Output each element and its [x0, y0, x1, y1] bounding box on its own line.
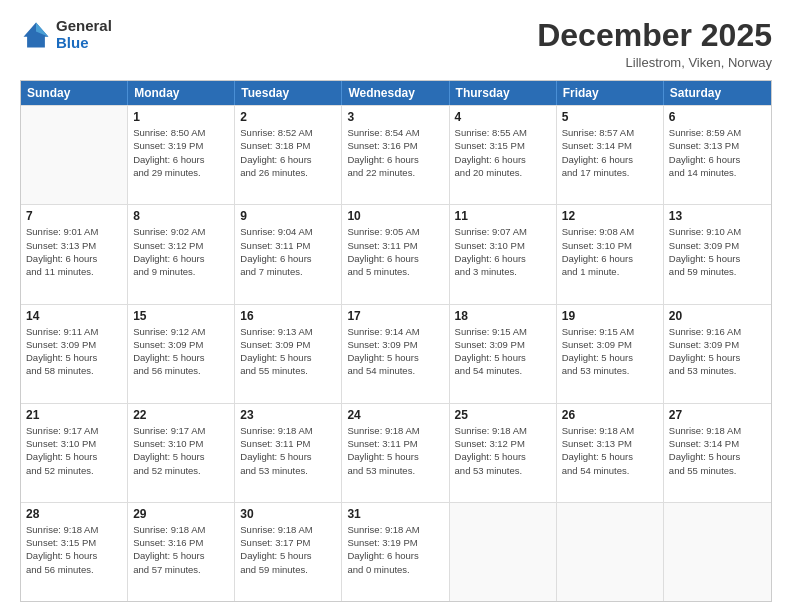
day-info: Sunrise: 9:01 AM Sunset: 3:13 PM Dayligh…	[26, 225, 122, 278]
calendar-body: 1Sunrise: 8:50 AM Sunset: 3:19 PM Daylig…	[21, 105, 771, 601]
calendar-cell: 22Sunrise: 9:17 AM Sunset: 3:10 PM Dayli…	[128, 404, 235, 502]
day-info: Sunrise: 9:15 AM Sunset: 3:09 PM Dayligh…	[455, 325, 551, 378]
page: General Blue December 2025 Lillestrom, V…	[0, 0, 792, 612]
day-info: Sunrise: 9:16 AM Sunset: 3:09 PM Dayligh…	[669, 325, 766, 378]
calendar-cell: 11Sunrise: 9:07 AM Sunset: 3:10 PM Dayli…	[450, 205, 557, 303]
day-number: 2	[240, 110, 336, 124]
calendar-header-day-thursday: Thursday	[450, 81, 557, 105]
calendar-cell	[664, 503, 771, 601]
calendar-header-day-saturday: Saturday	[664, 81, 771, 105]
day-info: Sunrise: 8:59 AM Sunset: 3:13 PM Dayligh…	[669, 126, 766, 179]
day-number: 13	[669, 209, 766, 223]
title-area: December 2025 Lillestrom, Viken, Norway	[537, 18, 772, 70]
day-info: Sunrise: 8:52 AM Sunset: 3:18 PM Dayligh…	[240, 126, 336, 179]
calendar-cell: 23Sunrise: 9:18 AM Sunset: 3:11 PM Dayli…	[235, 404, 342, 502]
day-number: 29	[133, 507, 229, 521]
day-number: 11	[455, 209, 551, 223]
calendar-week-4: 21Sunrise: 9:17 AM Sunset: 3:10 PM Dayli…	[21, 403, 771, 502]
day-info: Sunrise: 9:11 AM Sunset: 3:09 PM Dayligh…	[26, 325, 122, 378]
day-number: 3	[347, 110, 443, 124]
calendar-cell: 25Sunrise: 9:18 AM Sunset: 3:12 PM Dayli…	[450, 404, 557, 502]
day-number: 6	[669, 110, 766, 124]
day-info: Sunrise: 9:18 AM Sunset: 3:13 PM Dayligh…	[562, 424, 658, 477]
day-number: 25	[455, 408, 551, 422]
calendar-cell: 15Sunrise: 9:12 AM Sunset: 3:09 PM Dayli…	[128, 305, 235, 403]
day-number: 22	[133, 408, 229, 422]
day-number: 4	[455, 110, 551, 124]
day-info: Sunrise: 9:18 AM Sunset: 3:11 PM Dayligh…	[240, 424, 336, 477]
day-info: Sunrise: 8:54 AM Sunset: 3:16 PM Dayligh…	[347, 126, 443, 179]
day-number: 12	[562, 209, 658, 223]
calendar-cell: 4Sunrise: 8:55 AM Sunset: 3:15 PM Daylig…	[450, 106, 557, 204]
header: General Blue December 2025 Lillestrom, V…	[20, 18, 772, 70]
calendar-cell: 21Sunrise: 9:17 AM Sunset: 3:10 PM Dayli…	[21, 404, 128, 502]
day-info: Sunrise: 9:14 AM Sunset: 3:09 PM Dayligh…	[347, 325, 443, 378]
day-number: 16	[240, 309, 336, 323]
day-number: 7	[26, 209, 122, 223]
calendar-header-day-wednesday: Wednesday	[342, 81, 449, 105]
day-info: Sunrise: 9:04 AM Sunset: 3:11 PM Dayligh…	[240, 225, 336, 278]
calendar-cell: 12Sunrise: 9:08 AM Sunset: 3:10 PM Dayli…	[557, 205, 664, 303]
calendar-cell: 1Sunrise: 8:50 AM Sunset: 3:19 PM Daylig…	[128, 106, 235, 204]
calendar-cell: 9Sunrise: 9:04 AM Sunset: 3:11 PM Daylig…	[235, 205, 342, 303]
calendar-header: SundayMondayTuesdayWednesdayThursdayFrid…	[21, 81, 771, 105]
calendar-cell: 6Sunrise: 8:59 AM Sunset: 3:13 PM Daylig…	[664, 106, 771, 204]
calendar-header-day-monday: Monday	[128, 81, 235, 105]
day-number: 26	[562, 408, 658, 422]
day-number: 28	[26, 507, 122, 521]
day-info: Sunrise: 9:07 AM Sunset: 3:10 PM Dayligh…	[455, 225, 551, 278]
day-info: Sunrise: 9:05 AM Sunset: 3:11 PM Dayligh…	[347, 225, 443, 278]
day-info: Sunrise: 9:10 AM Sunset: 3:09 PM Dayligh…	[669, 225, 766, 278]
calendar-cell: 7Sunrise: 9:01 AM Sunset: 3:13 PM Daylig…	[21, 205, 128, 303]
day-info: Sunrise: 9:17 AM Sunset: 3:10 PM Dayligh…	[26, 424, 122, 477]
logo: General Blue	[20, 18, 112, 51]
logo-general-text: General	[56, 18, 112, 35]
day-info: Sunrise: 9:15 AM Sunset: 3:09 PM Dayligh…	[562, 325, 658, 378]
calendar-week-3: 14Sunrise: 9:11 AM Sunset: 3:09 PM Dayli…	[21, 304, 771, 403]
calendar-header-day-sunday: Sunday	[21, 81, 128, 105]
day-info: Sunrise: 8:55 AM Sunset: 3:15 PM Dayligh…	[455, 126, 551, 179]
calendar-header-day-tuesday: Tuesday	[235, 81, 342, 105]
calendar-cell: 26Sunrise: 9:18 AM Sunset: 3:13 PM Dayli…	[557, 404, 664, 502]
calendar-cell: 31Sunrise: 9:18 AM Sunset: 3:19 PM Dayli…	[342, 503, 449, 601]
calendar-cell: 30Sunrise: 9:18 AM Sunset: 3:17 PM Dayli…	[235, 503, 342, 601]
day-number: 23	[240, 408, 336, 422]
day-number: 31	[347, 507, 443, 521]
calendar-cell: 3Sunrise: 8:54 AM Sunset: 3:16 PM Daylig…	[342, 106, 449, 204]
calendar-cell: 5Sunrise: 8:57 AM Sunset: 3:14 PM Daylig…	[557, 106, 664, 204]
calendar-cell: 20Sunrise: 9:16 AM Sunset: 3:09 PM Dayli…	[664, 305, 771, 403]
calendar-cell: 14Sunrise: 9:11 AM Sunset: 3:09 PM Dayli…	[21, 305, 128, 403]
month-title: December 2025	[537, 18, 772, 53]
calendar-week-1: 1Sunrise: 8:50 AM Sunset: 3:19 PM Daylig…	[21, 105, 771, 204]
day-info: Sunrise: 9:18 AM Sunset: 3:16 PM Dayligh…	[133, 523, 229, 576]
day-info: Sunrise: 9:18 AM Sunset: 3:12 PM Dayligh…	[455, 424, 551, 477]
day-info: Sunrise: 9:18 AM Sunset: 3:11 PM Dayligh…	[347, 424, 443, 477]
day-info: Sunrise: 9:18 AM Sunset: 3:19 PM Dayligh…	[347, 523, 443, 576]
logo-text: General Blue	[56, 18, 112, 51]
calendar-cell: 24Sunrise: 9:18 AM Sunset: 3:11 PM Dayli…	[342, 404, 449, 502]
day-number: 15	[133, 309, 229, 323]
day-number: 1	[133, 110, 229, 124]
day-number: 20	[669, 309, 766, 323]
calendar-week-5: 28Sunrise: 9:18 AM Sunset: 3:15 PM Dayli…	[21, 502, 771, 601]
day-info: Sunrise: 9:18 AM Sunset: 3:15 PM Dayligh…	[26, 523, 122, 576]
calendar-cell	[450, 503, 557, 601]
calendar-cell: 18Sunrise: 9:15 AM Sunset: 3:09 PM Dayli…	[450, 305, 557, 403]
day-info: Sunrise: 9:12 AM Sunset: 3:09 PM Dayligh…	[133, 325, 229, 378]
logo-icon	[20, 19, 52, 51]
calendar-cell	[557, 503, 664, 601]
day-info: Sunrise: 9:13 AM Sunset: 3:09 PM Dayligh…	[240, 325, 336, 378]
calendar-cell: 16Sunrise: 9:13 AM Sunset: 3:09 PM Dayli…	[235, 305, 342, 403]
day-info: Sunrise: 9:18 AM Sunset: 3:17 PM Dayligh…	[240, 523, 336, 576]
day-number: 10	[347, 209, 443, 223]
calendar-cell: 13Sunrise: 9:10 AM Sunset: 3:09 PM Dayli…	[664, 205, 771, 303]
day-info: Sunrise: 9:08 AM Sunset: 3:10 PM Dayligh…	[562, 225, 658, 278]
day-number: 8	[133, 209, 229, 223]
calendar-cell: 19Sunrise: 9:15 AM Sunset: 3:09 PM Dayli…	[557, 305, 664, 403]
logo-blue-text: Blue	[56, 35, 112, 52]
day-info: Sunrise: 9:18 AM Sunset: 3:14 PM Dayligh…	[669, 424, 766, 477]
calendar-cell: 2Sunrise: 8:52 AM Sunset: 3:18 PM Daylig…	[235, 106, 342, 204]
day-number: 14	[26, 309, 122, 323]
calendar-week-2: 7Sunrise: 9:01 AM Sunset: 3:13 PM Daylig…	[21, 204, 771, 303]
day-number: 24	[347, 408, 443, 422]
